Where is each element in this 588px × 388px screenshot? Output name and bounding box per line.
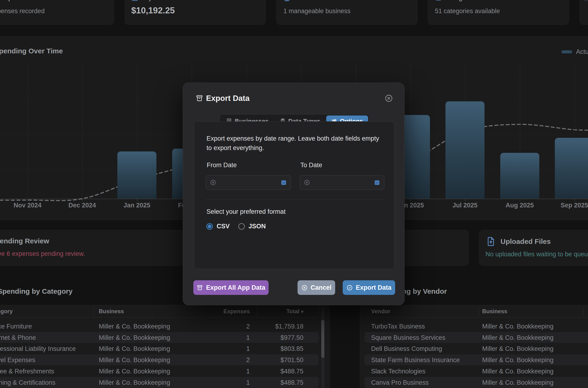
app-screen: Expenses expenses recorded Expenditure $… — [0, 0, 588, 388]
from-date-field[interactable] — [206, 175, 291, 190]
category-table-header-business[interactable]: Business — [99, 308, 195, 315]
category-table-column-separator — [94, 307, 94, 316]
vendor-table-cell-business: Miller & Co. Bookkeeping — [482, 379, 579, 386]
category-table-cell-category: Internet & Phone — [0, 334, 92, 341]
vendor-table-column-separator — [583, 307, 584, 316]
category-table-header-total[interactable]: Total ▾ — [249, 308, 303, 315]
vendor-table-cell-business: Miller & Co. Bookkeeping — [482, 357, 579, 364]
category-table-cell-business: Miller & Co. Bookkeeping — [99, 357, 195, 364]
category-table-cell-category: Coffee & Refreshments — [0, 368, 92, 375]
vendor-table-header-vendor[interactable]: Vendor — [371, 308, 475, 315]
category-table-cell-business: Miller & Co. Bookkeeping — [99, 379, 195, 386]
vendor-table-cell-vendor: Slack Technologies — [371, 368, 475, 375]
vendor-table-cell-vendor: State Farm Business Insurance — [371, 357, 475, 364]
category-table-header-category[interactable]: Category — [0, 308, 92, 315]
calendar-icon[interactable] — [374, 179, 380, 186]
archive-icon — [197, 285, 203, 291]
vendor-table-cell-business: Miller & Co. Bookkeeping — [482, 345, 579, 353]
export-description: Export expenses by date range. Leave bot… — [206, 134, 385, 153]
to-date-field[interactable] — [300, 175, 384, 190]
format-label: Select your preferred format — [206, 208, 286, 215]
category-table-cell-expenses: 1 — [200, 334, 250, 341]
category-table-cell-total: $488.75 — [249, 368, 303, 375]
vendor-table-cell-vendor: Canva Pro Business — [371, 379, 475, 386]
x-circle-icon — [301, 285, 308, 291]
category-table-scrollbar-thumb[interactable] — [321, 320, 324, 358]
category-table-header-border — [0, 317, 319, 317]
category-table-cell-category: Professional Liability Insurance — [0, 345, 92, 353]
from-date-label: From Date — [207, 162, 237, 169]
category-table-cell-expenses: 2 — [200, 323, 250, 330]
format-option-json[interactable]: JSON — [238, 223, 266, 230]
vendor-table-header-business[interactable]: Business — [482, 308, 579, 315]
radio-selected-icon[interactable] — [206, 223, 213, 230]
clear-icon[interactable] — [304, 179, 310, 186]
category-table-cell-category: Travel Expenses — [0, 357, 92, 364]
vendor-table-cell-business: Miller & Co. Bookkeeping — [482, 334, 579, 341]
category-table-cell-total: $803.85 — [249, 345, 303, 353]
category-table-cell-expenses: 2 — [200, 357, 250, 364]
format-radio-group: CSV JSON — [206, 223, 266, 230]
modal-title: Export Data — [206, 94, 249, 103]
category-table-cell-expenses: 1 — [200, 345, 250, 353]
category-table-column-separator — [202, 307, 203, 316]
category-table-cell-business: Miller & Co. Bookkeeping — [99, 323, 195, 330]
category-table-cell-total: $977.50 — [249, 334, 303, 341]
export-data-button[interactable]: Export Data — [343, 280, 395, 295]
chevron-down-icon: ▾ — [301, 309, 303, 314]
category-table-cell-expenses: 1 — [200, 368, 250, 375]
category-table-column-separator — [257, 307, 257, 316]
radio-unselected-icon[interactable] — [238, 223, 245, 230]
category-table-cell-business: Miller & Co. Bookkeeping — [99, 345, 195, 353]
category-table-column-separator — [319, 307, 319, 316]
category-table-header-expenses[interactable]: Expenses — [200, 308, 250, 315]
category-table-cell-business: Miller & Co. Bookkeeping — [99, 334, 195, 341]
to-date-input[interactable] — [313, 179, 371, 187]
format-option-csv[interactable]: CSV — [206, 223, 230, 230]
cancel-button[interactable]: Cancel — [297, 280, 335, 295]
category-table-cell-expenses: 1 — [200, 379, 250, 386]
vendor-table-header-border — [365, 317, 588, 317]
vendor-table-cell-vendor: Dell Business Computing — [371, 345, 475, 353]
category-table-cell-total: $701.50 — [249, 357, 303, 364]
vendor-table-column-separator — [479, 307, 479, 316]
vendor-table-cell-vendor: TurboTax Business — [371, 323, 475, 330]
category-table-cell-category: Office Furniture — [0, 323, 92, 330]
export-archive-icon — [196, 95, 203, 102]
category-table-cell-category: Training & Certifications — [0, 379, 92, 386]
category-table-cell-total: $488.75 — [249, 379, 303, 386]
check-circle-icon — [346, 285, 353, 291]
section-divider — [206, 200, 385, 200]
category-table-cell-business: Miller & Co. Bookkeeping — [99, 368, 195, 375]
vendor-table-cell-business: Miller & Co. Bookkeeping — [482, 368, 579, 375]
options-tab-panel: Export expenses by date range. Leave bot… — [194, 121, 394, 269]
vendor-table-cell-vendor: Square Business Services — [371, 334, 475, 341]
category-table-cell-total: $1,759.18 — [249, 323, 303, 330]
clear-icon[interactable] — [210, 179, 216, 186]
close-icon[interactable] — [385, 94, 393, 102]
calendar-icon[interactable] — [280, 179, 287, 186]
from-date-input[interactable] — [219, 179, 278, 187]
export-all-app-data-button[interactable]: Export All App Data — [193, 280, 269, 295]
export-data-modal: Export Data Businesses Data Types Option… — [183, 83, 405, 305]
vendor-table-cell-business: Miller & Co. Bookkeeping — [482, 323, 579, 330]
to-date-label: To Date — [300, 162, 322, 169]
